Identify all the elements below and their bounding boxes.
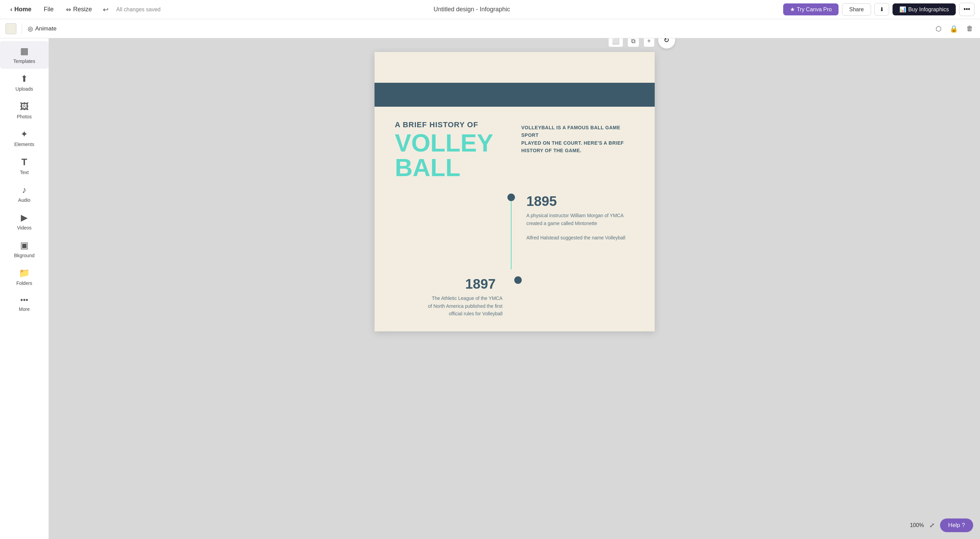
sidebar-item-bkground-label: Bkground: [14, 253, 35, 258]
buy-button[interactable]: 📊 Buy Infographics: [892, 3, 956, 15]
lock-icon-button[interactable]: 🔒: [948, 23, 959, 34]
folders-icon: 📁: [19, 268, 30, 278]
timeline-event-1897-1: The Athletic League of the YMCA of North…: [395, 295, 503, 317]
main-area: ▦ Templates ⬆ Uploads 🖼 Photos ✦ Element…: [0, 38, 980, 539]
timeline-event-1895-1: A physical instructor William Morgan of …: [527, 212, 634, 227]
main-title-line2: BALL: [395, 154, 461, 181]
add-icon: +: [647, 38, 651, 45]
help-button[interactable]: Help ?: [940, 518, 973, 532]
timeline-event-1895-2: Alfred Halstead suggested the name Volle…: [527, 234, 634, 241]
infographic-description-block: VOLLEYBALL IS A FAMOUS BALL GAME SPORT P…: [522, 120, 634, 180]
canvas-element-toolbar: ⬜ ⧉ +: [608, 38, 655, 47]
lock-icon: 🔒: [950, 25, 958, 32]
download-button[interactable]: ⬇: [874, 3, 889, 16]
resize-icon: ⇔: [66, 6, 71, 13]
undo-button[interactable]: ↩: [99, 3, 112, 16]
home-button[interactable]: ‹ Home: [5, 4, 36, 15]
timeline-right-1895: 1895 A physical instructor William Morga…: [520, 194, 634, 241]
infographic-header-dark: [374, 83, 655, 107]
sidebar-item-photos[interactable]: 🖼 Photos: [0, 96, 49, 124]
infographic-header-cream: [374, 52, 655, 83]
topbar-center: Untitled design - Infographic: [165, 6, 779, 13]
animate-label: Animate: [35, 25, 56, 32]
toolbar-right-icons: ⬡ 🔒 🗑: [934, 23, 975, 34]
sidebar-item-uploads[interactable]: ⬆ Uploads: [0, 69, 49, 96]
uploads-icon: ⬆: [21, 73, 28, 84]
share-button[interactable]: Share: [842, 3, 871, 16]
try-pro-label: Try Canva Pro: [797, 6, 832, 13]
share-link-icon-button[interactable]: ⬡: [934, 23, 943, 34]
more-icon: •••: [20, 295, 28, 305]
more-icon: •••: [964, 6, 970, 13]
zoom-expand-icon[interactable]: ⤢: [929, 521, 935, 529]
copy-icon: ⬜: [612, 38, 619, 45]
topbar-right: ★ Try Canva Pro Share ⬇ 📊 Buy Infographi…: [783, 3, 975, 16]
help-label: Help ?: [948, 522, 965, 528]
sidebar: ▦ Templates ⬆ Uploads 🖼 Photos ✦ Element…: [0, 38, 49, 539]
share-label: Share: [849, 6, 864, 12]
timeline-year-1897: 1897: [395, 276, 503, 292]
timeline-dot-1897: [514, 276, 522, 284]
canvas-wrapper: ⬜ ⧉ + ↻: [374, 52, 655, 332]
sidebar-item-videos[interactable]: ▶ Videos: [0, 207, 49, 235]
canvas-duplicate-button[interactable]: ⧉: [627, 38, 640, 47]
sidebar-item-elements[interactable]: ✦ Elements: [0, 124, 49, 152]
infographic-body: A BRIEF HISTORY OF VOLLEY BALL VOLLEYBAL…: [374, 107, 655, 332]
home-label: Home: [14, 6, 32, 13]
saved-status: All changes saved: [116, 6, 161, 13]
design-canvas[interactable]: A BRIEF HISTORY OF VOLLEY BALL VOLLEYBAL…: [374, 52, 655, 332]
sidebar-item-audio-label: Audio: [18, 197, 30, 203]
sidebar-item-templates[interactable]: ▦ Templates: [0, 41, 49, 69]
main-title-line1: VOLLEY: [395, 129, 493, 157]
resize-button[interactable]: ⇔ Resize: [61, 4, 97, 15]
trash-icon-button[interactable]: 🗑: [965, 23, 975, 34]
second-toolbar: ◎ Animate ⬡ 🔒 🗑: [0, 19, 980, 38]
sidebar-item-elements-label: Elements: [14, 142, 34, 147]
sidebar-item-folders-label: Folders: [16, 281, 32, 286]
animate-button[interactable]: ◎ Animate: [28, 25, 56, 32]
trash-icon: 🗑: [966, 25, 973, 32]
buy-label: Buy Infographics: [908, 6, 949, 13]
templates-icon: ▦: [20, 46, 29, 56]
more-options-button[interactable]: •••: [959, 3, 975, 16]
canvas-add-button[interactable]: +: [643, 38, 655, 47]
sidebar-item-bkground[interactable]: ▣ Bkground: [0, 235, 49, 263]
videos-icon: ▶: [21, 212, 28, 223]
sidebar-item-more[interactable]: ••• More: [0, 291, 49, 317]
zoom-level: 100%: [910, 522, 924, 528]
try-pro-button[interactable]: ★ Try Canva Pro: [783, 3, 839, 15]
topbar: ‹ Home File ⇔ Resize ↩ All changes saved…: [0, 0, 980, 19]
share-link-icon: ⬡: [935, 25, 942, 32]
audio-icon: ♪: [22, 185, 27, 195]
sidebar-item-videos-label: Videos: [17, 225, 32, 231]
file-label: File: [44, 6, 54, 13]
animate-icon: ◎: [28, 25, 33, 32]
undo-icon: ↩: [103, 6, 109, 13]
status-bar: 100% ⤢ Help ?: [910, 518, 973, 532]
topbar-left: ‹ Home File ⇔ Resize ↩ All changes saved: [5, 3, 161, 16]
duplicate-icon: ⧉: [631, 38, 636, 45]
file-button[interactable]: File: [39, 4, 59, 15]
sidebar-item-text[interactable]: T Text: [0, 152, 49, 180]
sidebar-item-photos-label: Photos: [17, 114, 32, 120]
timeline-connector-1895: [503, 194, 520, 270]
sidebar-item-uploads-label: Uploads: [15, 86, 33, 92]
star-icon: ★: [790, 6, 795, 13]
refresh-button[interactable]: ↻: [658, 38, 675, 49]
photos-icon: 🖼: [20, 101, 29, 112]
sidebar-item-folders[interactable]: 📁 Folders: [0, 263, 49, 291]
canvas-area[interactable]: ⬜ ⧉ + ↻: [49, 38, 980, 539]
bkground-icon: ▣: [20, 240, 29, 251]
canvas-copy-button[interactable]: ⬜: [608, 38, 623, 47]
refresh-icon: ↻: [663, 38, 670, 44]
timeline-entry-1895: 1895 A physical instructor William Morga…: [395, 194, 634, 270]
toolbar-divider: [22, 24, 22, 34]
timeline-year-1895: 1895: [527, 194, 634, 209]
chevron-left-icon: ‹: [10, 6, 12, 13]
resize-label: Resize: [73, 6, 92, 13]
infographic-description: VOLLEYBALL IS A FAMOUS BALL GAME SPORT P…: [522, 124, 634, 155]
sidebar-item-audio[interactable]: ♪ Audio: [0, 180, 49, 207]
timeline-line-1895: [511, 201, 512, 270]
timeline-dot-1895: [508, 194, 515, 201]
color-swatch[interactable]: [5, 23, 16, 34]
